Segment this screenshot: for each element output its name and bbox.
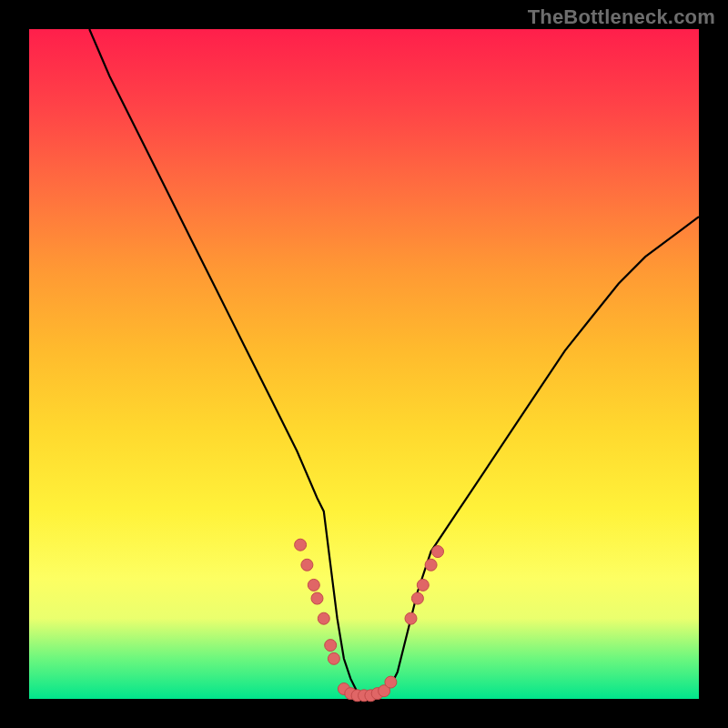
marker-dot	[417, 579, 429, 591]
marker-dot	[308, 579, 319, 591]
marker-dot	[328, 652, 339, 664]
curve-svg	[29, 29, 699, 699]
marker-dot	[311, 592, 323, 604]
watermark-label: TheBottleneck.com	[528, 5, 715, 29]
marker-dot	[325, 640, 337, 652]
marker-dot	[411, 592, 423, 604]
marker-dot	[318, 612, 329, 624]
marker-dot	[425, 559, 437, 571]
marker-dot	[432, 546, 444, 558]
marker-dot	[295, 539, 307, 551]
highlight-dots	[295, 539, 444, 702]
marker-dot	[405, 612, 417, 624]
bottleneck-curve	[89, 29, 699, 699]
marker-dot	[301, 559, 313, 571]
marker-dot	[385, 676, 397, 688]
plot-area	[29, 29, 699, 699]
chart-frame: TheBottleneck.com	[0, 0, 728, 728]
